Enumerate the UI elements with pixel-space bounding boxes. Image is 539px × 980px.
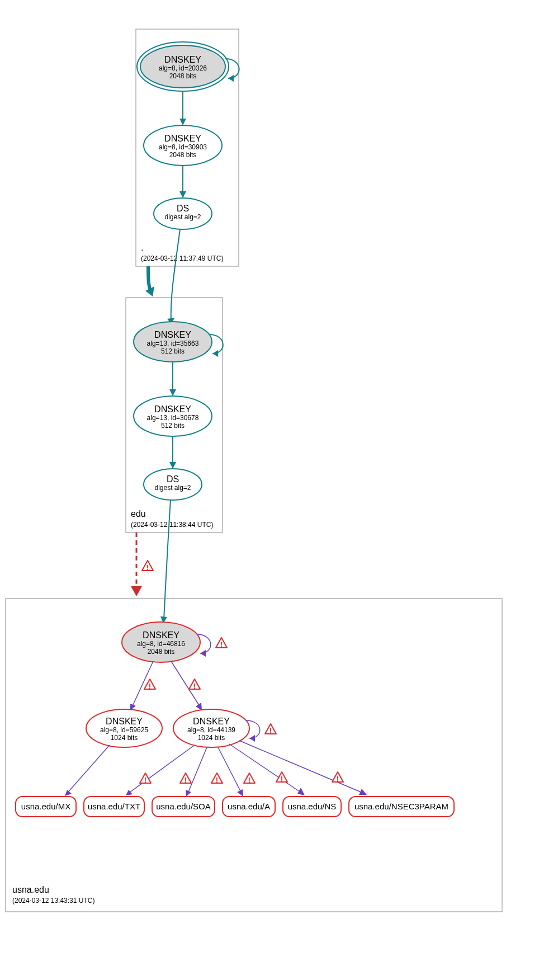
warn-icon [265,724,276,735]
svg-marker-15 [179,191,186,198]
svg-marker-32 [131,586,142,596]
svg-text:DS: DS [177,204,189,213]
svg-text:1024 bits: 1024 bits [198,734,225,742]
svg-text:2048 bits: 2048 bits [148,648,175,656]
svg-text:DNSKEY: DNSKEY [154,404,191,414]
svg-text:512 bits: 512 bits [161,347,185,355]
edge-rootds-eduksk [171,229,180,321]
svg-text:DNSKEY: DNSKEY [154,330,191,340]
svg-marker-31 [169,462,176,469]
svg-text:usna.edu/TXT: usna.edu/TXT [88,802,140,811]
warn-icon [144,679,155,690]
warn-icon [189,679,200,690]
zone-usna [6,599,502,912]
rrset-mx: usna.edu/MX [16,797,76,817]
svg-text:DS: DS [167,474,179,484]
svg-text:alg=13, id=30678: alg=13, id=30678 [147,414,199,422]
svg-text:usna.edu/A: usna.edu/A [228,802,270,811]
svg-text:alg=13, id=35663: alg=13, id=35663 [147,340,199,347]
svg-text:alg=8, id=20326: alg=8, id=20326 [159,64,207,72]
svg-text:digest alg=2: digest alg=2 [164,213,201,221]
svg-text:512 bits: 512 bits [161,422,185,430]
svg-text:DNSKEY: DNSKEY [106,717,143,726]
rrset-txt: usna.edu/TXT [84,797,144,817]
svg-text:DNSKEY: DNSKEY [193,717,230,726]
dnssec-diagram: ! . (2024-03-12 11:37:49 UTC) DNSKEY alg… [0,0,539,980]
svg-text:2048 bits: 2048 bits [169,72,197,80]
warn-icon [216,638,227,649]
svg-text:usna.edu/NSEC3PARAM: usna.edu/NSEC3PARAM [354,802,448,811]
svg-text:digest alg=2: digest alg=2 [154,484,191,492]
edge-zsk2-nsec [239,741,363,793]
edge-zsk2-txt [129,745,195,793]
warn-icon [244,773,255,784]
svg-text:DNSKEY: DNSKEY [143,630,179,640]
zone-root-timestamp: (2024-03-12 11:37:49 UTC) [141,255,223,262]
edge-eduds-usnaksk [164,500,171,620]
svg-text:usna.edu/MX: usna.edu/MX [21,802,70,811]
zone-usna-timestamp: (2024-03-12 13:43:31 UTC) [12,897,94,904]
node-edu-ksk: DNSKEY alg=13, id=35663 512 bits [134,322,212,362]
svg-text:DNSKEY: DNSKEY [164,134,201,143]
zone-usna-name: usna.edu [12,885,49,894]
warn-icon [142,560,153,572]
svg-marker-11 [179,119,186,125]
rrset-ns: usna.edu/NS [283,797,341,817]
svg-text:alg=8, id=44139: alg=8, id=44139 [187,726,235,734]
edge-zsk1-mx [67,745,110,793]
node-edu-zsk: DNSKEY alg=13, id=30678 512 bits [134,396,212,436]
svg-marker-62 [65,790,72,796]
rrset-soa: usna.edu/SOA [152,797,215,817]
svg-marker-22 [212,350,218,357]
edge-zsk2-soa [188,747,207,793]
svg-text:alg=8, id=59625: alg=8, id=59625 [100,726,148,734]
edge-zsk2-a [218,747,242,793]
svg-text:alg=8, id=30903: alg=8, id=30903 [159,143,207,151]
node-usna-zsk1: DNSKEY alg=8, id=59625 1024 bits [86,709,162,747]
svg-text:usna.edu/NS: usna.edu/NS [288,802,337,811]
warn-icon [276,772,287,783]
node-root-ksk: DNSKEY alg=8, id=20326 2048 bits [137,42,229,91]
svg-marker-38 [200,650,206,657]
node-root-zsk: DNSKEY alg=8, id=30903 2048 bits [144,125,222,166]
svg-marker-66 [297,788,305,795]
warn-icon [211,773,223,784]
node-usna-ksk: DNSKEY alg=8, id=46816 2048 bits [122,622,200,662]
warn-icon [140,773,151,784]
zone-edu-timestamp: (2024-03-12 11:38:44 UTC) [131,521,213,529]
svg-text:usna.edu/SOA: usna.edu/SOA [156,802,211,811]
zone-root-name: . [141,243,143,252]
node-usna-zsk2: DNSKEY alg=8, id=44139 1024 bits [173,709,249,747]
svg-text:alg=8, id=46816: alg=8, id=46816 [137,640,185,648]
warn-icon [332,772,343,783]
rrset-nsec3param: usna.edu/NSEC3PARAM [349,797,454,817]
node-edu-ds: DS digest alg=2 [144,469,202,500]
svg-marker-27 [169,389,176,396]
rrset-a: usna.edu/A [223,797,275,817]
svg-marker-6 [228,75,234,82]
svg-text:2048 bits: 2048 bits [169,151,197,159]
svg-text:1024 bits: 1024 bits [111,734,138,742]
warn-icon [180,773,191,784]
zone-edu-name: edu [131,509,146,519]
svg-marker-48 [196,703,202,710]
svg-text:DNSKEY: DNSKEY [164,55,201,64]
svg-marker-49 [249,735,255,742]
node-root-ds: DS digest alg=2 [154,198,212,229]
